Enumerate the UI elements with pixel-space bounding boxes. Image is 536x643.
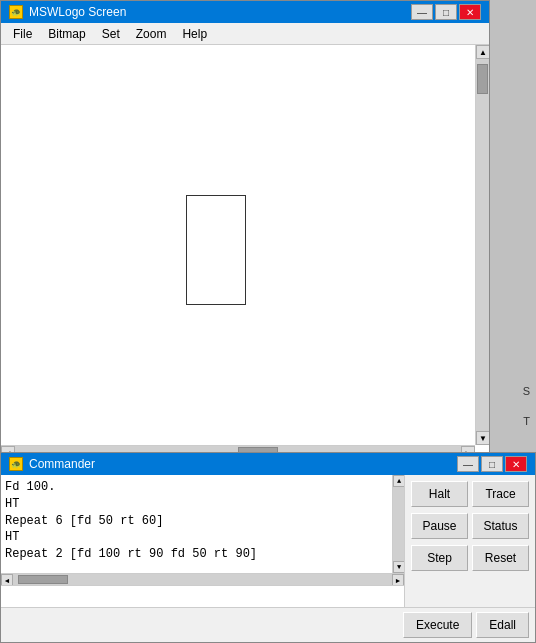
commander-output: Fd 100. HT Repeat 6 [fd 50 rt 60] HT Rep… [1, 475, 404, 573]
drawn-rectangle [186, 195, 246, 305]
execute-button[interactable]: Execute [403, 612, 472, 638]
commander-buttons: Halt Trace Pause Status Step Reset [405, 475, 535, 607]
commander-content: Fd 100. HT Repeat 6 [fd 50 rt 60] HT Rep… [1, 475, 535, 607]
output-line-1: Fd 100. [5, 479, 400, 496]
output-line-5: Repeat 2 [fd 100 rt 90 fd 50 rt 90] [5, 546, 400, 563]
commander-icon: 🐢 [9, 457, 23, 471]
menu-bitmap[interactable]: Bitmap [40, 25, 93, 43]
menu-help[interactable]: Help [174, 25, 215, 43]
output-scroll-down[interactable]: ▼ [393, 561, 404, 573]
trace-button[interactable]: Trace [472, 481, 529, 507]
vertical-scrollbar[interactable]: ▲ ▼ [475, 45, 489, 445]
commander-bottom: Execute Edall [1, 607, 535, 642]
titlebar-controls: — □ ✕ [411, 4, 481, 20]
pause-button[interactable]: Pause [411, 513, 468, 539]
menu-file[interactable]: File [5, 25, 40, 43]
commander-text-area: Fd 100. HT Repeat 6 [fd 50 rt 60] HT Rep… [1, 475, 405, 607]
commander-titlebar-controls: — □ ✕ [457, 456, 527, 472]
output-scroll-track[interactable] [393, 487, 404, 561]
output-line-2: HT [5, 496, 400, 513]
commander-maximize-button[interactable]: □ [481, 456, 503, 472]
menu-bar: File Bitmap Set Zoom Help [1, 23, 489, 45]
close-button[interactable]: ✕ [459, 4, 481, 20]
output-hscroll-thumb[interactable] [18, 575, 68, 584]
menu-set[interactable]: Set [94, 25, 128, 43]
status-button[interactable]: Status [472, 513, 529, 539]
menu-zoom[interactable]: Zoom [128, 25, 175, 43]
output-scrollbar-v[interactable]: ▲ ▼ [392, 475, 404, 573]
maximize-button[interactable]: □ [435, 4, 457, 20]
commander-close-button[interactable]: ✕ [505, 456, 527, 472]
t-side-label: T [523, 415, 530, 427]
output-line-3: Repeat 6 [fd 50 rt 60] [5, 513, 400, 530]
commander-hscroll[interactable]: ◄ ► [1, 573, 404, 585]
commander-titlebar: 🐢 Commander — □ ✕ [1, 453, 535, 475]
canvas-inner [1, 45, 489, 459]
commander-minimize-button[interactable]: — [457, 456, 479, 472]
canvas-area: ▲ ▼ ◄ ► [1, 45, 489, 459]
scroll-track-v[interactable] [476, 59, 489, 431]
scroll-down-button[interactable]: ▼ [476, 431, 489, 445]
reset-button[interactable]: Reset [472, 545, 529, 571]
minimize-button[interactable]: — [411, 4, 433, 20]
commander-input-row [1, 585, 404, 607]
halt-button[interactable]: Halt [411, 481, 468, 507]
mswlogo-window: 🐢 MSWLogo Screen — □ ✕ File Bitmap Set Z… [0, 0, 490, 460]
commander-title: Commander [29, 457, 457, 471]
scroll-up-button[interactable]: ▲ [476, 45, 489, 59]
commander-input[interactable] [1, 586, 404, 607]
scroll-thumb-v[interactable] [477, 64, 488, 94]
output-line-4: HT [5, 529, 400, 546]
step-button[interactable]: Step [411, 545, 468, 571]
mswlogo-title: MSWLogo Screen [29, 5, 411, 19]
edall-button[interactable]: Edall [476, 612, 529, 638]
mswlogo-titlebar: 🐢 MSWLogo Screen — □ ✕ [1, 1, 489, 23]
output-hscroll-track[interactable] [13, 574, 392, 585]
s-side-label: S [523, 385, 530, 397]
commander-window: 🐢 Commander — □ ✕ Fd 100. HT Repeat 6 [f… [0, 452, 536, 643]
mswlogo-icon: 🐢 [9, 5, 23, 19]
output-scroll-up[interactable]: ▲ [393, 475, 404, 487]
